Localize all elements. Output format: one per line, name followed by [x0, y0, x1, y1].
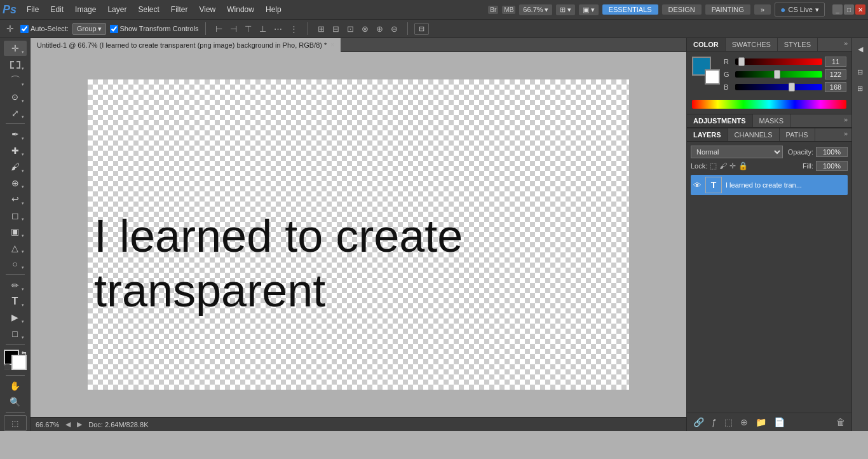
menu-filter[interactable]: Filter: [166, 4, 193, 15]
spot-healing-tool[interactable]: ✚ ▾: [4, 143, 27, 158]
dist-center-h-btn[interactable]: ⊟: [329, 23, 342, 35]
menu-layer[interactable]: Layer: [102, 4, 132, 15]
lasso-tool[interactable]: ⌒ ▾: [4, 73, 27, 88]
minimize-button[interactable]: _: [832, 4, 843, 15]
align-center-h-btn[interactable]: ⊣: [227, 23, 240, 35]
color-panel-collapse[interactable]: »: [840, 38, 851, 51]
show-transform-checkbox[interactable]: [110, 25, 118, 33]
layer-mask-button[interactable]: ⬚: [722, 416, 735, 428]
close-button[interactable]: ✕: [855, 4, 865, 15]
align-left-btn[interactable]: ⊢: [212, 23, 226, 35]
reset-colors-icon[interactable]: ⬛: [4, 364, 10, 370]
menu-edit[interactable]: Edit: [45, 4, 69, 15]
quick-select-tool[interactable]: ⊙ ▾: [4, 89, 27, 104]
tab-paths[interactable]: PATHS: [780, 128, 815, 141]
history-brush-tool[interactable]: ↩ ▾: [4, 191, 27, 207]
workspace-painting[interactable]: PAINTING: [705, 4, 750, 15]
dist-top-btn[interactable]: ⊗: [358, 23, 372, 35]
adjustments-panel-collapse[interactable]: »: [840, 114, 851, 127]
align-bottom-btn[interactable]: ⋮: [287, 23, 301, 35]
type-tool[interactable]: T ▾: [4, 294, 27, 309]
dist-center-v-btn[interactable]: ⊕: [373, 23, 386, 35]
background-color[interactable]: [11, 355, 27, 370]
blend-mode-dropdown[interactable]: Normal: [691, 146, 783, 158]
auto-align-btn[interactable]: ⊟: [414, 23, 429, 35]
dist-left-btn[interactable]: ⊞: [315, 23, 328, 35]
layer-item[interactable]: 👁 T I learned to create tran...: [691, 175, 848, 195]
layer-fx-button[interactable]: ƒ: [709, 416, 719, 428]
r-slider[interactable]: [735, 58, 822, 65]
status-arrow-right[interactable]: ▶: [77, 420, 82, 428]
opacity-value-input[interactable]: 100%: [816, 147, 848, 157]
tab-styles[interactable]: STYLES: [778, 38, 818, 51]
layer-group-button[interactable]: 📁: [753, 416, 769, 428]
align-center-v-btn[interactable]: ⋯: [271, 23, 285, 35]
r-value-input[interactable]: 11: [825, 57, 846, 67]
lock-image-icon[interactable]: 🖌: [719, 161, 727, 170]
menu-image[interactable]: Image: [70, 4, 101, 15]
bridge-button[interactable]: Br: [488, 6, 498, 14]
menu-select[interactable]: Select: [133, 4, 164, 15]
strip-icon-2[interactable]: ⊞: [853, 81, 867, 95]
tab-adjustments[interactable]: ADJUSTMENTS: [687, 114, 753, 127]
layers-panel-collapse[interactable]: »: [840, 128, 851, 141]
fill-value-input[interactable]: 100%: [816, 161, 848, 171]
maximize-button[interactable]: □: [844, 4, 854, 15]
marquee-tool[interactable]: ▾: [4, 57, 27, 72]
move-tool[interactable]: ✛ ▾: [4, 41, 27, 56]
zoom-control[interactable]: 66.7% ▾: [519, 4, 552, 15]
cs-live-button[interactable]: ● CS Live ▾: [775, 3, 825, 17]
align-right-btn[interactable]: ⊤: [241, 23, 255, 35]
eyedropper-tool[interactable]: ✒ ▾: [4, 127, 27, 142]
lock-transparent-icon[interactable]: ⬚: [710, 161, 717, 170]
menu-file[interactable]: File: [22, 4, 44, 15]
screen-mode-button[interactable]: ⬚: [4, 415, 27, 431]
menu-help[interactable]: Help: [261, 4, 287, 15]
clone-stamp-tool[interactable]: ⊕ ▾: [4, 175, 27, 191]
workspace-design[interactable]: DESIGN: [662, 4, 702, 15]
align-top-btn[interactable]: ⊥: [256, 23, 269, 35]
screen-mode-btn[interactable]: ▣ ▾: [579, 4, 599, 15]
brush-tool[interactable]: 🖌 ▾: [4, 159, 27, 174]
dist-bottom-btn[interactable]: ⊖: [388, 23, 401, 35]
gradient-tool[interactable]: ▣ ▾: [4, 224, 27, 239]
lock-all-icon[interactable]: 🔒: [738, 161, 748, 170]
group-dropdown[interactable]: Group ▾: [72, 23, 106, 35]
pen-tool[interactable]: ✏ ▾: [4, 277, 27, 292]
mini-bridge-button[interactable]: MB: [502, 6, 515, 14]
menu-window[interactable]: Window: [222, 4, 259, 15]
status-arrow-left[interactable]: ◀: [65, 420, 71, 428]
workspace-essentials[interactable]: ESSENTIALS: [602, 4, 658, 15]
hand-tool[interactable]: ✋: [4, 378, 27, 393]
swap-colors-icon[interactable]: ⇆: [22, 350, 27, 356]
tab-layers[interactable]: LAYERS: [687, 128, 728, 141]
view-extras-btn[interactable]: ⊞ ▾: [556, 4, 575, 15]
auto-select-checkbox[interactable]: [20, 25, 29, 33]
color-background-swatch[interactable]: [705, 69, 720, 85]
eraser-tool[interactable]: ◻ ▾: [4, 208, 27, 223]
layer-visibility-icon[interactable]: 👁: [693, 181, 702, 190]
layer-link-button[interactable]: 🔗: [691, 416, 707, 428]
b-value-input[interactable]: 168: [825, 82, 846, 92]
zoom-tool[interactable]: 🔍: [4, 394, 27, 409]
tab-color[interactable]: COLOR: [687, 38, 726, 51]
workspace-more[interactable]: »: [754, 4, 771, 15]
tab-masks[interactable]: MASKS: [753, 114, 791, 127]
dodge-tool[interactable]: ○ ▾: [4, 256, 27, 271]
tab-close-button[interactable]: ×: [330, 41, 334, 48]
dist-right-btn[interactable]: ⊡: [344, 23, 357, 35]
tab-channels[interactable]: CHANNELS: [728, 128, 780, 141]
tab-swatches[interactable]: SWATCHES: [726, 38, 778, 51]
document-tab[interactable]: Untitled-1 @ 66.7% (I learned to create …: [31, 38, 341, 52]
layer-adjustment-button[interactable]: ⊕: [738, 416, 750, 428]
strip-icon-1[interactable]: ⊟: [853, 65, 867, 79]
layer-new-button[interactable]: 📄: [771, 416, 787, 428]
path-selection-tool[interactable]: ▶ ▾: [4, 310, 27, 325]
color-spectrum-bar[interactable]: [692, 100, 846, 109]
crop-tool[interactable]: ⤢ ▾: [4, 106, 27, 121]
layer-delete-button[interactable]: 🗑: [834, 416, 848, 428]
lock-position-icon[interactable]: ✛: [729, 161, 736, 170]
collapse-right-panel-btn[interactable]: ◀: [853, 42, 867, 56]
b-slider[interactable]: [735, 84, 822, 90]
blur-tool[interactable]: △ ▾: [4, 240, 27, 256]
